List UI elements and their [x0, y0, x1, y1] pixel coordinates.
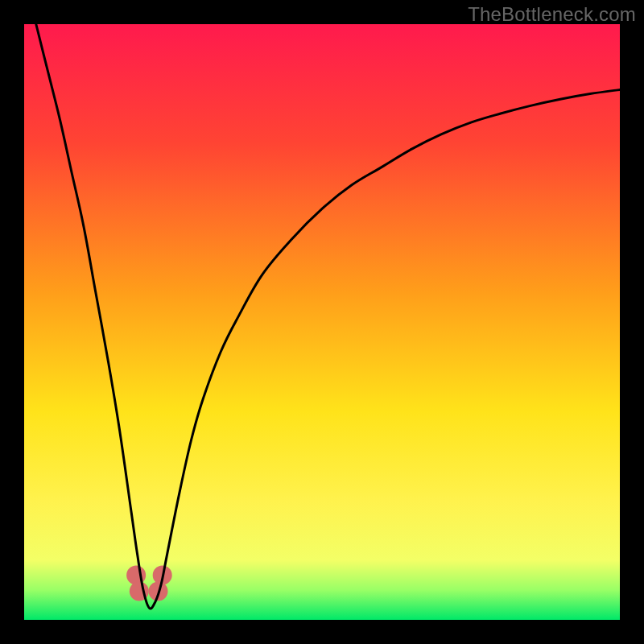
watermark-label: TheBottleneck.com — [468, 3, 636, 26]
curve-layer — [24, 24, 620, 620]
plot-area — [24, 24, 620, 620]
bottleneck-curve — [36, 24, 620, 609]
chart-frame: TheBottleneck.com — [0, 0, 644, 644]
